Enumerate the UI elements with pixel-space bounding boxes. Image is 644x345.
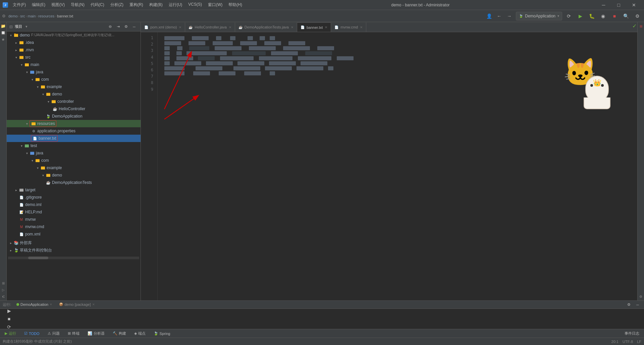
tree-item-com[interactable]: ▾ com (7, 76, 141, 83)
menu-analyze[interactable]: 分析(Z) (108, 1, 126, 8)
toolbar-forward-btn[interactable]: → (504, 11, 514, 21)
close-button[interactable]: ✕ (626, 0, 641, 10)
tree-item-demo-app-tests[interactable]: ☕ DemoApplicationTests (7, 179, 141, 186)
tree-item-test-demo[interactable]: ▾ demo (7, 171, 141, 179)
run-action-btn[interactable]: ▶ 运行 (2, 330, 19, 337)
horizontal-scrollbar[interactable] (8, 257, 139, 259)
run-tab-demo-close[interactable]: ✕ (50, 303, 52, 306)
editor-code-area[interactable]: 🐱 👑 (158, 32, 637, 300)
tree-item-app-properties[interactable]: ⚙ application.properties (7, 127, 141, 135)
tree-item-scratch[interactable]: ▸ 🍃 草稿文件和控制台 (7, 247, 141, 254)
debug-icon-side[interactable]: ⑆ (1, 294, 6, 299)
build-project-btn[interactable]: ⟳ (564, 11, 574, 21)
tree-item-demo[interactable]: ▾ demo F:\JAVA\Java学习笔记\SpringBoot_狂神说学习… (7, 31, 141, 39)
toolbar-back-btn[interactable]: ← (494, 11, 504, 21)
problems-action-btn[interactable]: ⚠ 问题 (45, 330, 62, 337)
tree-item-test-example[interactable]: ▾ example (7, 164, 141, 171)
tree-item-main[interactable]: ▾ main (7, 61, 141, 68)
stop-btn[interactable]: ■ (610, 11, 619, 21)
tab-pom-xml[interactable]: 📄 pom.xml (demo) ✕ (141, 22, 185, 32)
menu-view[interactable]: 视图(V) (49, 1, 67, 8)
tree-item-gitignore[interactable]: 📄 .gitignore (7, 194, 141, 201)
scroll-to-source-btn[interactable]: ⇥ (114, 23, 122, 30)
settings-btn[interactable]: ⚙ (633, 11, 642, 21)
toolbar-user-icon[interactable]: 👤 (484, 11, 494, 21)
menu-window[interactable]: 窗口(W) (205, 1, 225, 8)
tab-close-banner[interactable]: ✕ (325, 25, 327, 29)
run-tab-pkg-close[interactable]: ✕ (92, 303, 95, 306)
project-icon[interactable]: 📁 (1, 23, 6, 29)
terminal-action-btn[interactable]: ⊞ 终端 (65, 330, 82, 337)
tab-close-hello[interactable]: ✕ (229, 25, 231, 29)
tree-item-example[interactable]: ▾ example (7, 83, 141, 90)
tree-item-java[interactable]: ▾ java (7, 68, 141, 76)
run-btn[interactable]: ▶ (576, 11, 585, 21)
tab-mvnw-cmd[interactable]: 📄 mvnw.cmd ✕ (331, 22, 366, 32)
tree-item-test-java[interactable]: ▾ java (7, 149, 141, 157)
run-minimize-btn[interactable]: ─ (634, 301, 641, 308)
tree-item-demo-pkg[interactable]: ▾ demo (7, 90, 141, 98)
menu-edit[interactable]: 编辑(E) (29, 1, 48, 8)
event-log-btn[interactable]: 事件日志 (622, 330, 642, 337)
project-dropdown-icon[interactable]: ▾ (25, 24, 28, 29)
coverage-btn[interactable]: ◉ (598, 11, 608, 21)
menu-file[interactable]: 文件(F) (10, 1, 29, 8)
maximize-button[interactable]: □ (611, 0, 626, 10)
console-stop-btn[interactable]: ■ (5, 315, 13, 323)
tree-item-idea[interactable]: ▸ .idea (7, 39, 141, 46)
tree-item-mvnw[interactable]: M mvnw (7, 216, 141, 223)
run-icon-side[interactable]: ▷ (1, 287, 6, 292)
tree-item-pom-xml[interactable]: 📄 pom.xml (7, 230, 141, 238)
endpoints-action-btn[interactable]: ◈ 端点 (131, 330, 148, 337)
collapse-all-btn[interactable]: ⊖ (106, 23, 114, 30)
tab-close-pom[interactable]: ✕ (179, 25, 181, 29)
tree-item-controller[interactable]: ▾ controller (7, 98, 141, 105)
structure-icon[interactable]: 🔲 (1, 30, 6, 36)
minimize-button[interactable]: ─ (596, 0, 611, 10)
menu-vcs[interactable]: VCS(S) (185, 1, 205, 8)
tree-item-test[interactable]: ▾ test (7, 142, 141, 149)
build-action-btn[interactable]: 🔨 构建 (110, 330, 129, 337)
tree-item-demo-application[interactable]: 🍃 DemoApplication (7, 113, 141, 120)
console-run-btn[interactable]: ▶ (5, 307, 13, 315)
tree-item-target[interactable]: ▸ target (7, 186, 141, 194)
tree-item-external-libs[interactable]: ▸ 📚 外部库 (7, 239, 141, 247)
breadcrumb-main[interactable]: main (28, 14, 36, 18)
spring-action-btn[interactable]: 🍃 Spring (151, 331, 173, 336)
tree-item-mvnw-cmd[interactable]: M mvnw.cmd (7, 223, 141, 230)
tree-item-demo-iml[interactable]: 📄 demo.iml (7, 201, 141, 208)
menu-run[interactable]: 运行(U) (166, 1, 185, 8)
menu-build[interactable]: 构建(B) (147, 1, 165, 8)
debug-btn[interactable]: 🐛 (587, 11, 596, 21)
run-settings-btn[interactable]: ⚙ (625, 301, 633, 308)
tab-close-tests[interactable]: ✕ (291, 25, 293, 29)
breadcrumb-demo[interactable]: demo (8, 14, 18, 18)
tab-close-mvnw[interactable]: ✕ (360, 25, 363, 29)
run-tab-demo-pkg[interactable]: 📦 demo [package] ✕ (56, 302, 97, 308)
hide-panel-btn[interactable]: ─ (130, 23, 138, 30)
breadcrumb-file[interactable]: banner.txt (57, 14, 73, 18)
run-tab-demo-app[interactable]: DemoApplication ✕ (14, 302, 55, 308)
breadcrumb-src[interactable]: src (20, 14, 25, 18)
tree-item-src[interactable]: ▾ src (7, 54, 141, 61)
tab-hello-controller[interactable]: ☕ HelloController.java ✕ (185, 22, 235, 32)
bookmark-icon[interactable]: ★ (1, 37, 6, 42)
profiler-action-btn[interactable]: 📊 分析器 (85, 330, 107, 337)
menu-code[interactable]: 代码(C) (88, 1, 107, 8)
menu-navigate[interactable]: 导航(N) (68, 1, 87, 8)
tree-item-resources[interactable]: ▾ resources (7, 120, 141, 127)
project-settings-btn[interactable]: ⚙ (122, 23, 130, 30)
tree-item-banner-txt[interactable]: 📄 banner.txt (7, 135, 141, 142)
tree-item-hello-controller[interactable]: ☕ HelloController (7, 105, 141, 113)
menu-help[interactable]: 帮助(H) (226, 1, 245, 8)
terminal-icon[interactable]: ⊞ (1, 280, 6, 286)
menu-refactor[interactable]: 重构(R) (127, 1, 146, 8)
todo-action-btn[interactable]: ☑ TODO (21, 331, 42, 336)
tree-item-help-md[interactable]: 📝 HELP.md (7, 208, 141, 216)
tab-banner-txt[interactable]: 📄 banner.txt ✕ (297, 22, 331, 32)
tree-item-test-com[interactable]: ▾ com (7, 157, 141, 164)
tab-demo-app-tests[interactable]: ☕ DemoApplicationTests.java ✕ (235, 22, 297, 32)
search-everywhere-btn[interactable]: 🔍 (621, 11, 631, 21)
run-config-selector[interactable]: 🍃 DemoApplication ▾ (516, 12, 562, 20)
tree-item-mvn[interactable]: ▸ .mvn (7, 46, 141, 54)
